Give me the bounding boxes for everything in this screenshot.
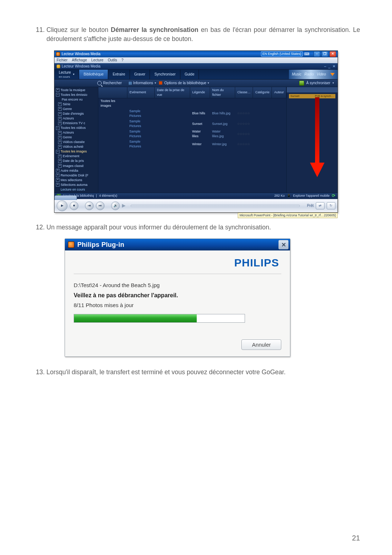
tree-expander-icon[interactable]: + [58, 159, 62, 163]
sidebar-label: Toutes les émissio [61, 93, 87, 97]
do-not-disconnect-warning: Veillez à ne pas débrancher l'appareil. [74, 291, 281, 299]
sidebar-item[interactable]: +Genre [54, 135, 98, 140]
keyboard-icon[interactable]: ⌨ [304, 52, 309, 57]
maximize-button[interactable]: ❐ [322, 51, 328, 57]
col-header[interactable]: Classe… [235, 87, 253, 98]
sidebar-item-now-playing[interactable]: Lecture en cours [54, 187, 98, 192]
sidebar-item[interactable]: +Vidéos classée [54, 140, 98, 144]
seek-bar[interactable] [131, 205, 300, 207]
tree-expander-icon[interactable]: + [58, 131, 62, 135]
tree-expander-icon[interactable]: + [56, 88, 60, 92]
menu-outils[interactable]: Outils [108, 58, 117, 63]
col-header[interactable] [98, 87, 127, 98]
tree-expander-icon[interactable]: + [56, 174, 60, 177]
search-button[interactable]: Rechercher [54, 81, 122, 86]
sidebar-item[interactable]: –Toutes les émissio [54, 93, 98, 97]
tree-expander-icon[interactable]: + [58, 164, 62, 168]
tab-synchroniser[interactable]: Synchroniser [150, 70, 180, 79]
tree-expander-icon[interactable]: + [58, 136, 62, 139]
sidebar-item[interactable]: +Toute la musique [54, 88, 98, 93]
sidebar-item[interactable]: +Mes sélections [54, 178, 98, 183]
table-row[interactable]: Toutes les images [98, 98, 286, 109]
volume-slider[interactable] [122, 204, 126, 208]
sidebar-item[interactable]: +Autre média [54, 168, 98, 173]
sidebar-item[interactable]: +Acteurs [54, 130, 98, 135]
minimize-button[interactable]: – [314, 51, 320, 57]
sidebar-item[interactable]: +Images classé [54, 164, 98, 168]
sidebar-item[interactable]: –Toutes les vidéos [54, 126, 98, 130]
col-header[interactable]: Auteur [272, 87, 286, 98]
col-header[interactable]: Catégorie [253, 87, 272, 98]
wmp-subnav-close[interactable]: ✕ [332, 64, 335, 69]
close-button[interactable]: ✕ [330, 51, 336, 57]
language-badge[interactable]: EN English (United States) [261, 51, 303, 57]
tree-expander-icon[interactable]: – [56, 126, 60, 130]
promo-video[interactable]: Video [317, 72, 326, 77]
tab-lecture-en-cours[interactable]: Lecture en cours ▾ [54, 70, 79, 79]
col-header[interactable]: Légende [190, 87, 210, 98]
tree-expander-icon[interactable]: + [56, 178, 60, 182]
sidebar-item[interactable]: Pas encore vu [54, 97, 98, 102]
sidebar-item[interactable]: +Vidéos acheté [54, 144, 98, 149]
tab-guide[interactable]: Guide [180, 70, 199, 79]
col-header[interactable]: Evénement [127, 87, 154, 98]
tree-expander-icon[interactable]: + [58, 145, 62, 149]
sidebar-item-selected[interactable]: –Toutes les images [54, 149, 98, 154]
stop-button[interactable]: ■ [70, 201, 78, 210]
tree-expander-icon[interactable]: + [58, 122, 62, 125]
table-row[interactable]: Sample Pictures Blue hills Blue hills.jp… [98, 109, 286, 119]
sidebar-item[interactable]: +Sélections automa [54, 183, 98, 187]
sync-icon[interactable] [299, 81, 304, 86]
tree-expander-icon[interactable]: + [58, 117, 62, 121]
explore-device-link[interactable]: Explorer l'appareil mobile [293, 193, 330, 198]
tab-graver[interactable]: Graver [130, 70, 150, 79]
sidebar-label: Série [63, 102, 70, 107]
sidebar-item[interactable]: +Emissions TV c [54, 121, 98, 126]
sync-label[interactable]: À synchroniser [306, 81, 330, 86]
sidebar-item[interactable]: +Date de la pris [54, 159, 98, 163]
repeat-button[interactable]: ↻ [327, 202, 335, 209]
promo-radio[interactable]: Radio [304, 72, 314, 77]
tab-bibliotheque[interactable]: Bibliothèque [79, 70, 108, 79]
menu-affichage[interactable]: Affichage [72, 58, 87, 63]
sidebar-item[interactable]: +Evénement [54, 154, 98, 159]
table-row[interactable]: Sample Pictures Water lilies Water lilie… [98, 129, 286, 139]
col-header[interactable]: Date de la prise de vue [155, 87, 190, 98]
wmp-titlebar: Lecteur Windows Media EN English (United… [54, 51, 338, 57]
tree-expander-icon[interactable]: + [58, 107, 62, 111]
tab-extraire[interactable]: Extraire [108, 70, 130, 79]
tree-expander-icon[interactable]: + [58, 112, 62, 116]
menu-fichier[interactable]: Fichier [57, 58, 68, 63]
sidebar-item[interactable]: +Removable Disk (F [54, 173, 98, 178]
wmp-subnav-reduce[interactable]: _ [328, 64, 330, 69]
play-button[interactable]: ▶ [57, 200, 68, 211]
sidebar-item[interactable]: +Acteurs [54, 116, 98, 121]
menu-lecture[interactable]: Lecture [91, 58, 103, 63]
tree-expander-icon[interactable]: – [56, 93, 60, 97]
sidebar-item[interactable]: +Date d'enregis [54, 111, 98, 116]
menu-help[interactable]: ? [121, 58, 123, 63]
table-row[interactable]: Sample Pictures Sunset Sunset.jpg ☆☆☆☆☆ [98, 119, 286, 129]
informations-drop[interactable]: ▤ Informations ▾ [128, 81, 156, 86]
sync-toolbar: À synchroniser ▾ [299, 81, 338, 86]
tree-expander-icon[interactable]: + [56, 169, 60, 172]
prev-button[interactable]: ⏮ [85, 201, 94, 210]
wmp-subnav-min[interactable]: – [324, 64, 326, 69]
table-row[interactable]: Sample Pictures Winter Winter.jpg ☆☆☆☆☆ [98, 139, 286, 149]
library-options-drop[interactable]: Options de la bibliothèque ▾ [159, 81, 209, 86]
promo-music[interactable]: Music [292, 72, 301, 77]
shuffle-button[interactable]: ⇄ [316, 202, 324, 209]
tree-expander-icon[interactable]: + [58, 140, 62, 144]
mute-button[interactable]: 🔊 [111, 201, 120, 210]
col-header[interactable]: Nom du fichier [210, 87, 235, 98]
tree-expander-icon[interactable]: – [56, 150, 60, 154]
tree-expander-icon[interactable]: + [58, 155, 62, 158]
next-button[interactable]: ⏭ [96, 201, 105, 210]
sidebar-item[interactable]: +Genre [54, 107, 98, 111]
cancel-button[interactable]: Annuler [241, 339, 281, 350]
philips-close-button[interactable]: ✕ [278, 240, 289, 249]
tree-expander-icon[interactable]: + [58, 102, 62, 106]
sync-item[interactable]: Sunset Prêt à synch… [289, 94, 335, 98]
sidebar-item[interactable]: +Série [54, 102, 98, 107]
tree-expander-icon[interactable]: + [56, 183, 60, 187]
